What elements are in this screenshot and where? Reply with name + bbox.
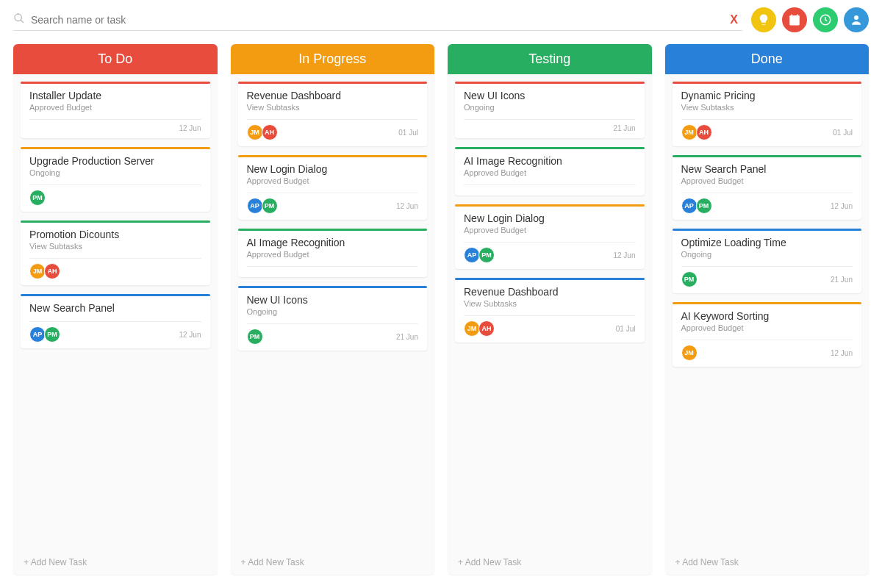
card-footer: APPM12 Jun [681,193,853,214]
card-title: New Search Panel [29,302,201,314]
card-subtitle: Ongoing [247,307,419,316]
avatar[interactable]: JM [681,345,698,361]
card-accent [455,147,645,149]
add-task-button[interactable]: Add New Task [448,550,652,575]
avatar[interactable]: AP [464,247,480,263]
card-subtitle: Ongoing [464,103,636,112]
avatars: JMAH [29,263,59,279]
card-subtitle: Approved Budget [247,250,419,259]
column-header: To Do [13,44,218,74]
card-footer: 12 Jun [29,119,201,132]
card-date: 01 Jul [616,325,636,333]
task-card[interactable]: New Search PanelAPPM12 Jun [21,294,210,348]
calendar-icon[interactable] [782,7,807,32]
card-date: 12 Jun [831,349,853,357]
avatar[interactable]: AP [681,198,698,214]
avatar[interactable]: PM [29,190,46,206]
card-subtitle: Approved Budget [464,226,636,234]
add-task-button[interactable]: Add New Task [231,550,435,575]
card-accent [21,82,210,84]
svg-point-0 [15,14,21,21]
avatar[interactable]: PM [247,329,263,345]
card-footer: JM12 Jun [681,340,853,361]
avatar[interactable]: JM [464,320,480,337]
clock-icon[interactable] [813,7,838,32]
task-card[interactable]: Upgrade Production ServerOngoingPM [21,147,210,212]
card-subtitle: View Subtasks [464,299,636,308]
search-clear-button[interactable]: X [725,13,742,26]
search-wrap: X [13,10,742,31]
avatar[interactable]: AH [696,124,712,140]
avatar[interactable]: PM [681,271,698,287]
card-accent [238,286,428,288]
column-todo: To DoInstaller UpdateApproved Budget12 J… [13,44,218,575]
card-accent [673,302,862,304]
card-title: AI Image Recognition [464,155,636,167]
avatars: APPM [681,198,711,214]
card-footer [464,184,636,190]
task-card[interactable]: New UI IconsOngoing21 Jun [455,82,645,138]
card-footer: PM21 Jun [681,266,853,287]
add-task-button[interactable]: Add New Task [665,550,870,575]
card-date: 12 Jun [179,331,201,339]
task-card[interactable]: Dynamic PricingView SubtasksJMAH01 Jul [673,82,862,146]
card-title: Dynamic Pricing [681,90,853,101]
card-footer: PM [29,184,201,206]
card-title: New UI Icons [464,90,636,101]
card-date: 21 Jun [613,124,635,132]
card-subtitle: Ongoing [681,250,853,259]
task-card[interactable]: AI Image RecognitionApproved Budget [455,147,645,196]
avatar[interactable]: JM [29,263,46,279]
card-subtitle: Approved Budget [681,323,853,332]
card-accent [455,278,645,280]
card-title: AI Keyword Sorting [681,310,853,322]
card-date: 12 Jun [831,202,853,210]
task-card[interactable]: Installer UpdateApproved Budget12 Jun [21,82,210,138]
card-title: Installer Update [29,90,201,101]
avatar[interactable]: AH [262,124,278,140]
task-card[interactable]: Revenue DashboardView SubtasksJMAH01 Jul [455,278,645,343]
task-card[interactable]: Revenue DashboardView SubtasksJMAH01 Jul [238,82,428,146]
avatar[interactable]: AH [44,263,60,279]
task-card[interactable]: New Login DialogApproved BudgetAPPM12 Ju… [238,155,428,220]
avatar[interactable]: PM [262,198,278,214]
card-subtitle: Approved Budget [681,176,853,185]
avatar[interactable]: PM [44,326,60,343]
card-accent [455,204,645,207]
search-icon [13,12,25,27]
user-icon[interactable] [844,7,869,32]
avatars: JMAH [247,124,276,140]
card-title: New UI Icons [247,294,419,306]
avatar[interactable]: JM [247,124,263,140]
task-card[interactable]: New UI IconsOngoingPM21 Jun [238,286,428,351]
task-card[interactable]: New Search PanelApproved BudgetAPPM12 Ju… [673,155,862,220]
cards-list: Revenue DashboardView SubtasksJMAH01 Jul… [231,74,435,550]
task-card[interactable]: AI Keyword SortingApproved BudgetJM12 Ju… [673,302,862,367]
card-title: New Login Dialog [464,212,636,224]
avatar[interactable]: AP [247,198,263,214]
card-title: Promotion Dicounts [29,229,201,240]
card-accent [21,294,210,296]
lightbulb-icon[interactable] [751,7,776,32]
avatar[interactable]: AP [29,326,46,343]
avatar[interactable]: JM [681,124,698,140]
kanban-app: X To DoInstaller UpdateApproved Budget12… [0,0,882,588]
card-footer: APPM12 Jun [29,321,201,343]
add-task-button[interactable]: Add New Task [13,550,218,575]
avatar[interactable]: PM [696,198,712,214]
card-date: 21 Jun [831,276,853,284]
search-input[interactable] [31,14,720,26]
task-card[interactable]: New Login DialogApproved BudgetAPPM12 Ju… [455,204,645,269]
card-accent [238,82,428,84]
avatar[interactable]: PM [478,247,495,263]
task-card[interactable]: Promotion DicountsView SubtasksJMAH [21,220,210,285]
card-footer: 21 Jun [464,119,636,132]
column-inprogress: In ProgressRevenue DashboardView Subtask… [231,44,435,575]
card-date: 01 Jul [833,129,853,137]
task-card[interactable]: Optimize Loading TimeOngoingPM21 Jun [673,229,862,293]
avatar[interactable]: AH [478,320,495,337]
task-card[interactable]: AI Image RecognitionApproved Budget [238,229,428,277]
avatars: PM [29,190,44,206]
avatars: JMAH [681,124,711,140]
card-footer [247,266,419,271]
